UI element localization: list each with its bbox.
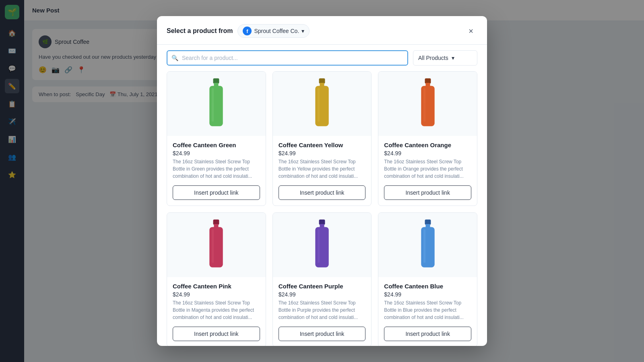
modal-body: Coffee Canteen Green $24.99 The 16oz Sta… (157, 71, 487, 346)
svg-rect-10 (421, 86, 434, 126)
product-desc-blue: The 16oz Stainless Steel Screw Top Bottl… (384, 299, 471, 321)
product-card-blue: Coffee Canteen Blue $24.99 The 16oz Stai… (378, 212, 477, 346)
modal-overlay: Select a product from f Sprout Coffee Co… (0, 0, 644, 362)
search-input[interactable] (167, 50, 408, 66)
product-card-purple: Coffee Canteen Purple $24.99 The 16oz St… (272, 212, 372, 346)
filter-label: All Products (418, 55, 448, 61)
insert-product-link-button-blue[interactable]: Insert product link (384, 327, 471, 341)
product-info-pink: Coffee Canteen Pink $24.99 The 16oz Stai… (167, 277, 266, 327)
product-image-yellow (273, 72, 372, 136)
search-input-wrapper: 🔍 (167, 50, 408, 66)
insert-product-link-button-green[interactable]: Insert product link (173, 185, 260, 200)
facebook-icon: f (243, 27, 252, 35)
svg-rect-8 (425, 78, 431, 84)
products-grid: Coffee Canteen Green $24.99 The 16oz Sta… (167, 71, 477, 346)
product-card-green: Coffee Canteen Green $24.99 The 16oz Sta… (167, 71, 266, 206)
product-desc-green: The 16oz Stainless Steel Screw Top Bottl… (173, 158, 260, 180)
svg-rect-23 (423, 229, 426, 263)
product-image-blue (378, 213, 477, 277)
product-image-purple (273, 213, 372, 277)
product-desc-purple: The 16oz Stainless Steel Screw Top Bottl… (279, 299, 366, 321)
search-icon: 🔍 (171, 55, 178, 61)
product-info-blue: Coffee Canteen Blue $24.99 The 16oz Stai… (378, 277, 477, 327)
product-desc-yellow: The 16oz Stainless Steel Screw Top Bottl… (279, 158, 366, 180)
product-desc-pink: The 16oz Stainless Steel Screw Top Bottl… (173, 299, 260, 321)
modal-search-bar: 🔍 All Products ▾ (157, 45, 487, 71)
insert-product-link-button-purple[interactable]: Insert product link (279, 327, 366, 341)
svg-rect-2 (210, 86, 223, 126)
product-image-pink (167, 213, 266, 277)
svg-rect-20 (425, 220, 431, 225)
svg-rect-14 (210, 227, 223, 267)
svg-rect-12 (213, 220, 219, 225)
svg-rect-6 (315, 86, 328, 126)
insert-product-link-button-yellow[interactable]: Insert product link (279, 185, 366, 200)
store-selector[interactable]: f Sprout Coffee Co. ▾ (237, 24, 310, 38)
product-info-orange: Coffee Canteen Orange $24.99 The 16oz St… (378, 136, 477, 185)
product-name-purple: Coffee Canteen Purple (279, 283, 366, 290)
filter-dropdown[interactable]: All Products ▾ (413, 50, 477, 66)
close-button[interactable]: × (464, 25, 477, 37)
product-name-yellow: Coffee Canteen Yellow (279, 142, 366, 148)
product-name-pink: Coffee Canteen Pink (173, 283, 260, 290)
insert-product-link-button-orange[interactable]: Insert product link (384, 185, 471, 200)
svg-rect-4 (319, 78, 325, 84)
product-name-green: Coffee Canteen Green (173, 142, 260, 148)
product-name-blue: Coffee Canteen Blue (384, 283, 471, 290)
svg-rect-15 (212, 229, 214, 263)
product-card-yellow: Coffee Canteen Yellow $24.99 The 16oz St… (272, 71, 372, 206)
product-price-purple: $24.99 (279, 291, 366, 298)
modal-header: Select a product from f Sprout Coffee Co… (157, 16, 487, 45)
product-price-yellow: $24.99 (279, 150, 366, 156)
product-price-green: $24.99 (173, 150, 260, 156)
product-info-purple: Coffee Canteen Purple $24.99 The 16oz St… (273, 277, 372, 327)
svg-rect-22 (421, 227, 434, 267)
svg-rect-11 (423, 88, 426, 122)
product-desc-orange: The 16oz Stainless Steel Screw Top Bottl… (384, 158, 471, 180)
product-info-yellow: Coffee Canteen Yellow $24.99 The 16oz St… (273, 136, 372, 185)
svg-rect-19 (318, 229, 320, 263)
product-price-pink: $24.99 (173, 291, 260, 298)
product-image-green (167, 72, 266, 136)
product-image-orange (378, 72, 477, 136)
chevron-down-icon: ▾ (301, 28, 304, 34)
insert-product-link-button-pink[interactable]: Insert product link (173, 327, 260, 341)
modal-title-section: Select a product from f Sprout Coffee Co… (167, 24, 310, 38)
modal-title: Select a product from (167, 27, 233, 35)
svg-rect-18 (315, 227, 328, 267)
svg-rect-7 (318, 88, 320, 122)
product-price-orange: $24.99 (384, 150, 471, 156)
svg-rect-3 (212, 88, 214, 122)
product-card-pink: Coffee Canteen Pink $24.99 The 16oz Stai… (167, 212, 266, 346)
product-select-modal: Select a product from f Sprout Coffee Co… (157, 16, 487, 346)
svg-rect-16 (319, 220, 325, 225)
store-name: Sprout Coffee Co. (254, 28, 299, 34)
product-info-green: Coffee Canteen Green $24.99 The 16oz Sta… (167, 136, 266, 185)
product-card-orange: Coffee Canteen Orange $24.99 The 16oz St… (378, 71, 477, 206)
filter-chevron-icon: ▾ (452, 55, 454, 61)
svg-rect-0 (213, 78, 219, 84)
product-name-orange: Coffee Canteen Orange (384, 142, 471, 148)
product-price-blue: $24.99 (384, 291, 471, 298)
